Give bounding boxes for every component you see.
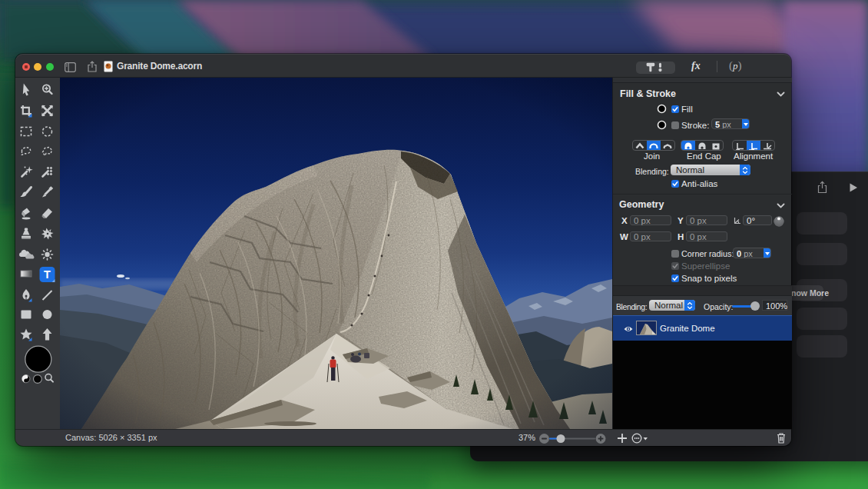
svg-text:T: T — [44, 268, 51, 281]
